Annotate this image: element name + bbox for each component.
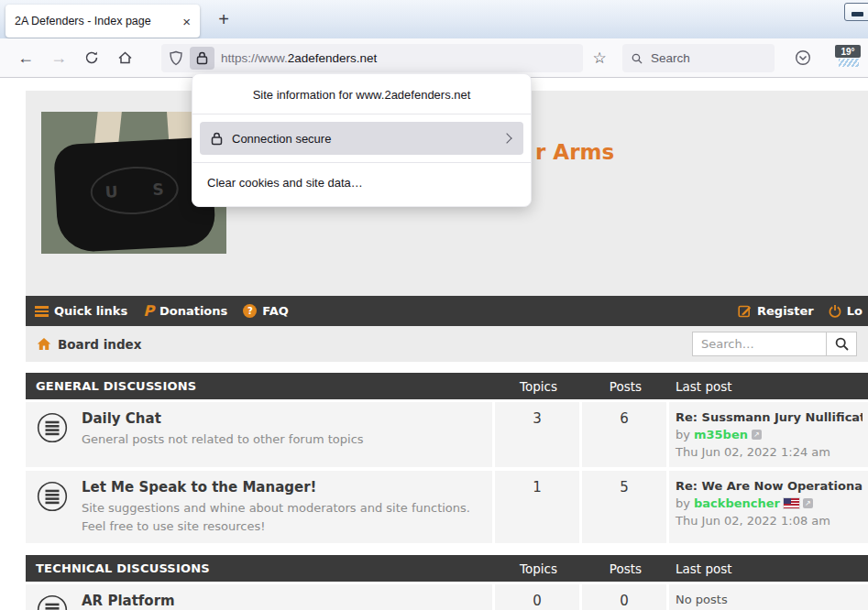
forum-icon	[37, 593, 68, 610]
hamburger-icon	[35, 306, 49, 317]
connection-secure-row[interactable]: Connection secure	[200, 122, 523, 155]
home-breadcrumb-icon[interactable]	[37, 337, 51, 351]
last-post-link[interactable]: Re: We Are Now Operational	[676, 479, 863, 493]
forum-icon	[37, 410, 68, 459]
login-link[interactable]: Lo	[829, 304, 863, 318]
browser-search-input[interactable]	[651, 51, 765, 65]
temperature-badge: 19°	[835, 45, 861, 58]
topics-count: 0	[495, 584, 579, 610]
site-title-partial: r Arms	[535, 140, 614, 164]
topics-count: 1	[495, 471, 579, 543]
donations-link[interactable]: P Donations	[143, 304, 227, 319]
new-tab-button[interactable]: +	[211, 6, 236, 32]
tab-close-icon[interactable]: ×	[182, 15, 191, 28]
last-post-user-link[interactable]: m35ben	[694, 428, 748, 441]
rain-icon	[839, 59, 859, 67]
url-scheme: https://www.	[221, 51, 288, 65]
lock-icon	[211, 132, 223, 146]
navigation-toolbar: ← → https://www.2adefenders.net ☆ 19°	[0, 38, 868, 78]
goto-last-post-icon[interactable]: ↗	[803, 498, 813, 508]
divider	[192, 114, 531, 114]
clear-cookies-button[interactable]: Clear cookies and site data…	[192, 163, 531, 202]
address-bar[interactable]: https://www.2adefenders.net	[161, 44, 583, 72]
forum-description: General posts not related to other forum…	[82, 430, 364, 449]
power-icon	[829, 304, 841, 318]
question-icon: ?	[243, 304, 257, 318]
us-emblem: U S	[89, 165, 180, 217]
forum-link[interactable]: Let Me Speak to the Manager!	[82, 479, 483, 496]
site-info-popup: Site information for www.2adefenders.net…	[192, 73, 532, 207]
browser-window: 2A Defenders - Index page × + ← → https:…	[0, 0, 868, 610]
pocket-button[interactable]	[790, 45, 816, 71]
category-title: GENERAL DISCUSSIONS	[26, 379, 495, 393]
tab-bar: 2A Defenders - Index page × +	[0, 0, 868, 38]
window-minimize-button[interactable]	[844, 3, 868, 21]
browser-search-box[interactable]	[622, 44, 775, 72]
forum-search-button[interactable]	[826, 332, 857, 356]
board-index-link[interactable]: Board index	[58, 337, 141, 352]
reload-icon	[84, 50, 99, 65]
category-header-technical: TECHNICAL DISCUSSIONS Topics Posts Last …	[26, 555, 868, 582]
emblem-letter-s: S	[152, 180, 164, 199]
by-label: by	[676, 496, 690, 510]
forum-row-manager: Let Me Speak to the Manager! Site sugges…	[26, 471, 868, 543]
forum-cell: AR Platform The AR and variants	[26, 584, 492, 610]
last-post-time: Thu Jun 02, 2022 1:08 am	[676, 514, 863, 528]
column-header-posts: Posts	[582, 561, 669, 576]
bookmark-star-button[interactable]: ☆	[587, 45, 612, 71]
lock-permissions-button[interactable]	[190, 47, 214, 70]
topics-count: 3	[495, 402, 579, 467]
forum-cell: Let Me Speak to the Manager! Site sugges…	[26, 471, 492, 543]
search-icon	[835, 337, 849, 351]
url-text[interactable]: https://www.2adefenders.net	[221, 51, 377, 65]
search-icon	[632, 52, 643, 65]
column-header-topics: Topics	[495, 379, 582, 394]
last-post-time: Thu Jun 02, 2022 1:24 am	[676, 445, 863, 459]
register-label: Register	[757, 304, 814, 318]
shield-icon[interactable]	[169, 50, 183, 66]
forum-link[interactable]: Daily Chat	[82, 410, 364, 427]
browser-tab[interactable]: 2A Defenders - Index page ×	[5, 5, 200, 38]
tab-title: 2A Defenders - Index page	[15, 15, 175, 27]
faq-link[interactable]: ? FAQ	[243, 304, 289, 318]
register-link[interactable]: Register	[738, 304, 814, 318]
by-label: by	[676, 428, 690, 441]
category-title: TECHNICAL DISCUSSIONS	[26, 561, 495, 575]
lock-icon	[196, 51, 208, 65]
forum-cell: Daily Chat General posts not related to …	[26, 402, 492, 467]
pocket-icon	[795, 49, 811, 66]
weather-extension-button[interactable]: 19°	[835, 45, 863, 71]
donations-label: Donations	[159, 304, 227, 318]
column-header-lastpost: Last post	[669, 379, 868, 394]
reload-button[interactable]	[79, 45, 104, 71]
last-post-cell: No posts	[669, 584, 868, 610]
last-post-cell: Re: Sussmann Jury Nullificati… by m35ben…	[669, 402, 868, 467]
column-header-posts: Posts	[582, 379, 669, 394]
posts-count: 0	[582, 584, 666, 610]
paypal-icon: P	[143, 304, 154, 319]
last-post-user-link[interactable]: backbencher	[694, 496, 780, 510]
forum-link[interactable]: AR Platform	[82, 593, 203, 609]
faq-label: FAQ	[262, 304, 289, 318]
chevron-right-icon	[501, 133, 511, 143]
quick-links-label: Quick links	[54, 304, 127, 318]
posts-count: 6	[582, 402, 666, 467]
last-post-link[interactable]: Re: Sussmann Jury Nullificati…	[676, 410, 863, 424]
popup-title: Site information for www.2adefenders.net	[192, 74, 531, 114]
category-header-general: GENERAL DISCUSSIONS Topics Posts Last po…	[26, 373, 868, 399]
last-post-cell: Re: We Are Now Operational by backbenche…	[669, 471, 868, 543]
forum-search-input[interactable]	[692, 332, 826, 356]
breadcrumb: Board index	[26, 326, 868, 362]
no-posts-label: No posts	[676, 593, 863, 606]
home-button[interactable]	[112, 45, 137, 71]
url-host: 2adefenders.net	[288, 51, 378, 65]
quick-links-menu[interactable]: Quick links	[35, 304, 127, 318]
forward-button: →	[46, 45, 71, 71]
forum-navbar: Quick links P Donations ? FAQ Register	[26, 296, 868, 326]
goto-last-post-icon[interactable]: ↗	[752, 430, 762, 440]
forum-description: Site suggestions and whine about moderat…	[82, 499, 483, 535]
forum-icon	[37, 479, 68, 535]
column-header-topics: Topics	[495, 561, 582, 576]
back-button[interactable]: ←	[13, 45, 38, 71]
forum-row-ar-platform: AR Platform The AR and variants 0 0 No p…	[26, 584, 868, 610]
